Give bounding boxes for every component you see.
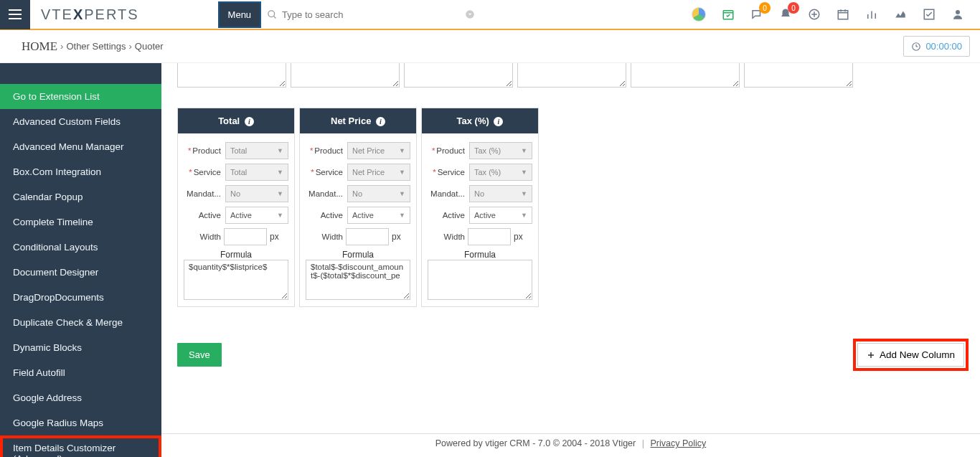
sidebar-item[interactable]: Calendar Popup — [0, 184, 161, 209]
formula-label: Formula — [428, 250, 532, 260]
sidebar-item[interactable]: Field Autofill — [0, 360, 161, 385]
service-select[interactable]: Net Price▼ — [347, 164, 410, 181]
chevron-right-icon: › — [129, 41, 132, 52]
mandatory-select[interactable]: No▼ — [225, 185, 288, 202]
active-select[interactable]: Active▼ — [469, 207, 532, 224]
top-textarea[interactable] — [517, 63, 626, 88]
sidebar-item[interactable]: Conditional Layouts — [0, 235, 161, 260]
svg-rect-8 — [838, 11, 848, 19]
calendar-icon[interactable] — [837, 8, 849, 21]
sidebar-item[interactable]: Item Details Customizer (Advanced) — [0, 435, 161, 457]
breadcrumb-leaf[interactable]: Quoter — [135, 41, 164, 52]
svg-point-16 — [956, 10, 960, 14]
px-unit: px — [392, 232, 401, 242]
search-dropdown-icon[interactable] — [465, 9, 475, 19]
breadcrumb-mid[interactable]: Other Settings — [66, 41, 126, 52]
privacy-link[interactable]: Privacy Policy — [650, 438, 706, 448]
mandatory-select[interactable]: No▼ — [347, 185, 410, 202]
width-input[interactable] — [224, 228, 267, 245]
active-select[interactable]: Active▼ — [225, 207, 288, 224]
bell-badge: 0 — [788, 2, 799, 14]
search-box[interactable] — [267, 9, 475, 20]
top-textarea[interactable] — [631, 63, 740, 88]
top-textarea[interactable] — [404, 63, 513, 88]
search-input[interactable] — [282, 9, 440, 20]
width-input[interactable] — [468, 228, 511, 245]
svg-line-1 — [273, 16, 275, 18]
sidebar-item[interactable]: Google Radius Maps — [0, 410, 161, 435]
formula-textarea[interactable] — [428, 260, 532, 300]
chat-icon[interactable]: 0 — [750, 8, 763, 21]
hamburger-menu[interactable] — [0, 0, 30, 29]
sidebar-item[interactable]: Complete Timeline — [0, 209, 161, 235]
formula-label: Formula — [184, 250, 288, 260]
mandatory-select[interactable]: No▼ — [469, 185, 532, 202]
save-button[interactable]: Save — [177, 343, 222, 367]
bell-icon[interactable]: 0 — [779, 8, 792, 21]
formula-textarea[interactable]: $total$-$discount_amount$-($total$*$disc… — [306, 260, 410, 300]
area-chart-icon[interactable] — [894, 8, 907, 21]
info-icon[interactable]: i — [494, 117, 503, 126]
sidebar-item[interactable]: Dynamic Blocks — [0, 335, 161, 360]
search-icon — [267, 9, 278, 20]
sidebar-item[interactable]: Advanced Menu Manager — [0, 134, 161, 159]
formula-textarea[interactable]: $quantity$*$listprice$ — [184, 260, 288, 300]
top-textarea[interactable] — [744, 63, 853, 88]
sidebar-item[interactable]: Duplicate Check & Merge — [0, 310, 161, 335]
top-textarea[interactable] — [291, 63, 400, 88]
checkbox-icon[interactable] — [923, 8, 936, 21]
add-new-column-button[interactable]: Add New Column — [857, 343, 964, 367]
info-icon[interactable]: i — [245, 117, 254, 126]
sidebar-item[interactable]: Advanced Custom Fields — [0, 109, 161, 134]
product-select[interactable]: Tax (%)▼ — [469, 142, 532, 159]
card-header: Net Price i — [300, 108, 416, 133]
svg-point-0 — [268, 10, 275, 17]
sidebar-item[interactable]: DragDropDocuments — [0, 285, 161, 310]
app-icon[interactable] — [692, 7, 706, 22]
px-unit: px — [514, 232, 523, 242]
breadcrumb-home[interactable]: HOME — [22, 39, 57, 54]
sidebar: Go to Extension ListAdvanced Custom Fiel… — [0, 63, 161, 457]
product-select[interactable]: Total▼ — [225, 142, 288, 159]
formula-label: Formula — [306, 250, 410, 260]
plus-circle-icon[interactable] — [808, 8, 821, 21]
footer: Powered by vtiger CRM - 7.0 © 2004 - 201… — [161, 433, 980, 448]
service-select[interactable]: Total▼ — [225, 164, 288, 181]
width-input[interactable] — [346, 228, 389, 245]
main-content: Total i *ProductTotal▼ *ServiceTotal▼ Ma… — [161, 63, 980, 457]
calendar-check-icon[interactable] — [722, 8, 735, 21]
product-select[interactable]: Net Price▼ — [347, 142, 410, 159]
timer-widget[interactable]: 00:00:00 — [903, 36, 970, 57]
column-card: Net Price i *ProductNet Price▼ *ServiceN… — [299, 108, 417, 307]
card-header: Tax (%) i — [422, 108, 538, 133]
footer-text: Powered by vtiger CRM - 7.0 © 2004 - 201… — [435, 438, 636, 448]
clock-icon — [911, 42, 921, 52]
sidebar-item[interactable]: Google Address — [0, 385, 161, 410]
bar-chart-icon[interactable] — [865, 8, 878, 21]
user-icon[interactable] — [951, 8, 964, 21]
sidebar-item[interactable]: Document Designer — [0, 260, 161, 285]
timer-value: 00:00:00 — [925, 41, 962, 52]
sidebar-item[interactable]: Box.Com Integration — [0, 159, 161, 184]
top-textarea[interactable] — [177, 63, 286, 88]
chevron-right-icon: › — [60, 41, 63, 52]
info-icon[interactable]: i — [376, 117, 385, 126]
px-unit: px — [270, 232, 279, 242]
active-select[interactable]: Active▼ — [347, 207, 410, 224]
logo: VTEXPERTS — [41, 6, 139, 23]
add-new-column-label: Add New Column — [880, 349, 955, 360]
plus-icon — [867, 351, 875, 359]
service-select[interactable]: Tax (%)▼ — [469, 164, 532, 181]
menu-button[interactable]: Menu — [218, 1, 262, 28]
chat-badge: 0 — [759, 2, 771, 14]
sidebar-item-partial[interactable] — [0, 63, 161, 84]
svg-rect-3 — [723, 11, 733, 19]
column-card: Tax (%) i *ProductTax (%)▼ *ServiceTax (… — [421, 108, 539, 307]
sidebar-item[interactable]: Go to Extension List — [0, 84, 161, 109]
column-card: Total i *ProductTotal▼ *ServiceTotal▼ Ma… — [177, 108, 295, 307]
card-header: Total i — [178, 108, 294, 133]
